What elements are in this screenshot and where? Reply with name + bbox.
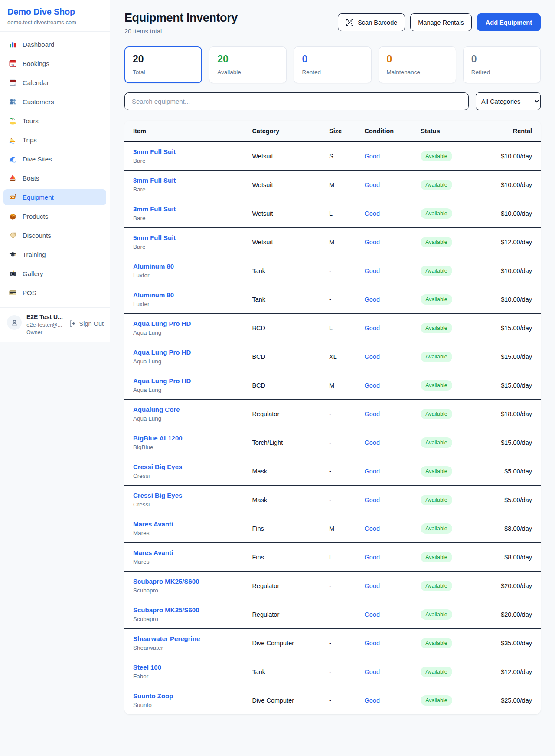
sidebar-item-boats[interactable]: Boats [3, 170, 106, 186]
item-name-link[interactable]: Steel 100 [133, 664, 161, 671]
sidebar-item-gallery[interactable]: Gallery [3, 266, 106, 282]
item-name-link[interactable]: Scubapro MK25/S600 [133, 578, 199, 585]
item-name-link[interactable]: Aqualung Core [133, 406, 180, 413]
item-condition-link[interactable]: Good [365, 181, 380, 188]
stat-card-maintenance[interactable]: 0 Maintenance [379, 46, 456, 83]
item-name-link[interactable]: Scubapro MK25/S600 [133, 606, 199, 614]
item-condition-link[interactable]: Good [365, 411, 380, 417]
item-category: Torch/Light [245, 428, 322, 457]
item-category: BCD [245, 371, 322, 400]
item-category: Fins [245, 514, 322, 543]
item-name-link[interactable]: Cressi Big Eyes [133, 492, 182, 499]
sidebar-item-dashboard[interactable]: Dashboard [3, 36, 106, 53]
item-name-link[interactable]: 5mm Full Suit [133, 234, 176, 241]
item-name-link[interactable]: BigBlue AL1200 [133, 434, 183, 442]
item-name-link[interactable]: Aluminum 80 [133, 291, 174, 299]
item-condition-link[interactable]: Good [365, 668, 380, 675]
item-condition-link[interactable]: Good [365, 325, 380, 332]
status-badge: Available [421, 581, 452, 591]
stat-card-available[interactable]: 20 Available [209, 46, 287, 83]
item-condition-link[interactable]: Good [365, 468, 380, 475]
sidebar-item-dive-sites[interactable]: Dive Sites [3, 151, 106, 167]
brand: Demo Dive Shop demo.test.divestreams.com [0, 0, 110, 31]
stat-card-total[interactable]: 20 Total [124, 46, 202, 83]
item-size: M [322, 514, 358, 543]
scan-barcode-button[interactable]: Scan Barcode [338, 13, 405, 31]
item-name-link[interactable]: Mares Avanti [133, 549, 173, 556]
table-row: 5mm Full Suit Bare Wetsuit M Good Availa… [124, 228, 541, 256]
sidebar-item-calendar[interactable]: Calendar [3, 75, 106, 91]
sidebar-item-label: Bookings [23, 60, 49, 67]
item-rental: $25.00/day [480, 686, 541, 715]
item-name-link[interactable]: Aqua Lung Pro HD [133, 348, 191, 356]
item-name-link[interactable]: Shearwater Peregrine [133, 635, 200, 642]
sidebar-item-tours[interactable]: Tours [3, 113, 106, 129]
sidebar-item-label: Calendar [23, 79, 49, 86]
sidebar-item-discounts[interactable]: Discounts [3, 227, 106, 243]
sidebar-item-products[interactable]: Products [3, 208, 106, 224]
item-name-link[interactable]: 3mm Full Suit [133, 177, 176, 184]
add-equipment-button[interactable]: Add Equipment [477, 13, 541, 31]
status-badge: Available [421, 294, 452, 305]
item-condition-link[interactable]: Good [365, 439, 380, 446]
stat-card-retired[interactable]: 0 Retired [463, 46, 541, 83]
status-badge: Available [421, 208, 452, 219]
stat-label: Available [217, 69, 278, 76]
item-brand: Bare [133, 215, 238, 221]
item-condition-link[interactable]: Good [365, 496, 380, 503]
bar-chart-icon [9, 40, 17, 49]
status-badge: Available [421, 409, 452, 419]
item-brand: Mares [133, 530, 238, 536]
table-row: Cressi Big Eyes Cressi Mask - Good Avail… [124, 457, 541, 486]
user-email: e2e-tester@... [26, 322, 63, 328]
item-condition-link[interactable]: Good [365, 611, 380, 618]
category-select[interactable]: All Categories [476, 92, 541, 110]
item-name-link[interactable]: 3mm Full Suit [133, 148, 176, 155]
item-condition-link[interactable]: Good [365, 296, 380, 303]
status-badge: Available [421, 323, 452, 333]
sidebar-item-trips[interactable]: Trips [3, 132, 106, 148]
item-name-link[interactable]: Suunto Zoop [133, 692, 173, 700]
item-condition-link[interactable]: Good [365, 554, 380, 561]
sidebar-item-customers[interactable]: Customers [3, 94, 106, 110]
item-category: Tank [245, 256, 322, 285]
item-condition-link[interactable]: Good [365, 210, 380, 217]
sidebar-item-bookings[interactable]: 17 Bookings [3, 56, 106, 72]
status-badge: Available [421, 180, 452, 190]
item-condition-link[interactable]: Good [365, 525, 380, 532]
sign-out-button[interactable]: Sign Out [68, 313, 104, 328]
item-condition-link[interactable]: Good [365, 697, 380, 704]
item-name-link[interactable]: 3mm Full Suit [133, 205, 176, 213]
sidebar-item-training[interactable]: Training [3, 247, 106, 263]
sidebar-item-pos[interactable]: POS [3, 285, 106, 301]
item-name-link[interactable]: Mares Avanti [133, 520, 173, 528]
item-category: Mask [245, 457, 322, 486]
item-brand: Luxfer [133, 301, 238, 307]
user-role: Owner [26, 329, 63, 335]
stats-row: 20 Total 20 Available 0 Rented 0 Mainten… [124, 46, 541, 83]
item-name-link[interactable]: Aqua Lung Pro HD [133, 320, 191, 327]
status-badge: Available [421, 151, 452, 161]
search-input[interactable] [124, 92, 469, 110]
item-name-link[interactable]: Aluminum 80 [133, 263, 174, 270]
item-name-link[interactable]: Aqua Lung Pro HD [133, 377, 191, 385]
item-name-link[interactable]: Cressi Big Eyes [133, 463, 182, 470]
item-condition-link[interactable]: Good [365, 239, 380, 246]
item-condition-link[interactable]: Good [365, 153, 380, 160]
sidebar-item-label: Discounts [23, 232, 51, 239]
item-rental: $5.00/day [480, 486, 541, 514]
item-category: Regulator [245, 400, 322, 428]
item-condition-link[interactable]: Good [365, 640, 380, 647]
item-condition-link[interactable]: Good [365, 353, 380, 360]
item-condition-link[interactable]: Good [365, 382, 380, 389]
item-size: - [322, 400, 358, 428]
status-badge: Available [421, 352, 452, 362]
manage-rentals-button[interactable]: Manage Rentals [410, 13, 472, 31]
item-condition-link[interactable]: Good [365, 267, 380, 274]
item-condition-link[interactable]: Good [365, 582, 380, 589]
sidebar-item-equipment[interactable]: Equipment [3, 189, 106, 205]
wave-icon [9, 155, 17, 163]
sidebar-item-label: Boats [23, 174, 39, 182]
stat-card-rented[interactable]: 0 Rented [294, 46, 371, 83]
table-row: 3mm Full Suit Bare Wetsuit S Good Availa… [124, 141, 541, 171]
